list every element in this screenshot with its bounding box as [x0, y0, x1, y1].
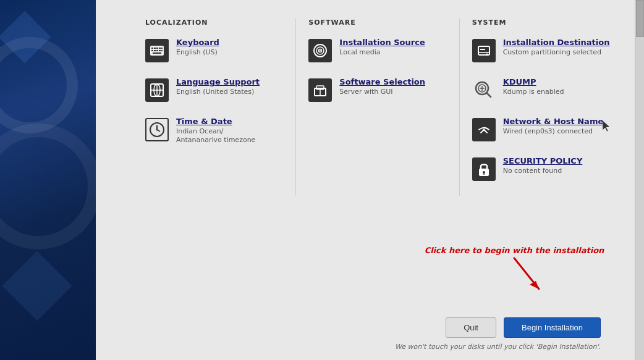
keyboard-title: Keyboard	[176, 38, 219, 47]
localization-header: LOCALIZATION	[145, 19, 283, 27]
installation-source-text: Installation Source Local media	[339, 38, 425, 57]
section-localization: LOCALIZATION	[145, 19, 283, 196]
svg-rect-2	[151, 48, 153, 49]
network-hostname-item[interactable]: Network & Host Name Wired (enp0s3) conne…	[472, 117, 610, 141]
section-software: SOFTWARE Installation Source Local media	[308, 19, 446, 196]
scrollbar-thumb[interactable]	[636, 0, 644, 37]
bottom-area: Click here to begin with the installatio…	[96, 311, 635, 360]
svg-rect-3	[154, 48, 156, 49]
svg-point-30	[486, 54, 488, 56]
keyboard-item[interactable]: Keyboard English (US)	[145, 38, 283, 62]
software-selection-subtitle: Server with GUI	[339, 88, 425, 96]
time-date-subtitle: Indian Ocean/Antananarivo timezone	[176, 127, 255, 145]
kdump-title: KDUMP	[503, 77, 564, 86]
kdump-subtitle: Kdump is enabled	[503, 88, 564, 96]
time-date-text: Time & Date Indian Ocean/Antananarivo ti…	[176, 117, 255, 145]
installation-destination-subtitle: Custom partitioning selected	[503, 48, 610, 57]
language-support-text: Language Support English (United States)	[176, 77, 260, 96]
svg-point-20	[156, 129, 158, 131]
network-hostname-subtitle: Wired (enp0s3) connected	[503, 127, 604, 136]
installation-destination-item[interactable]: Installation Destination Custom partitio…	[472, 38, 610, 62]
lock-icon	[472, 157, 496, 181]
time-date-title: Time & Date	[176, 117, 255, 126]
svg-rect-8	[154, 50, 156, 51]
main-content: LOCALIZATION	[96, 0, 635, 360]
package-icon	[308, 78, 332, 102]
annotation-container: Click here to begin with the installatio…	[406, 246, 622, 298]
svg-rect-6	[161, 48, 163, 49]
sidebar-decoration-2	[2, 251, 72, 320]
footer-note: We won't touch your disks until you clic…	[145, 343, 610, 351]
svg-rect-11	[161, 50, 163, 51]
system-header: SYSTEM	[472, 19, 610, 27]
quit-button[interactable]: Quit	[446, 317, 496, 338]
button-row: Quit Begin Installation	[145, 317, 610, 338]
annotation-text: Click here to begin with the installatio…	[406, 246, 622, 255]
svg-rect-31	[480, 49, 485, 50]
annotation-arrow	[477, 255, 551, 298]
disc-icon	[308, 39, 332, 62]
language-icon	[145, 78, 169, 102]
clock-icon	[145, 118, 169, 141]
search-icon	[472, 78, 496, 102]
security-policy-item[interactable]: SECURITY POLICY No content found	[472, 156, 610, 181]
svg-marker-42	[530, 281, 539, 289]
network-hostname-text: Network & Host Name Wired (enp0s3) conne…	[503, 117, 604, 136]
kdump-item[interactable]: KDUMP Kdump is enabled	[472, 77, 610, 102]
kdump-text: KDUMP Kdump is enabled	[503, 77, 564, 96]
security-policy-subtitle: No content found	[503, 167, 583, 175]
svg-point-37	[483, 129, 485, 131]
sidebar-decoration-1	[0, 11, 51, 64]
time-date-item[interactable]: Time & Date Indian Ocean/Antananarivo ti…	[145, 117, 283, 145]
svg-rect-28	[478, 46, 489, 55]
svg-rect-5	[159, 48, 161, 49]
section-system: SYSTEM Installation Destination Custom p…	[472, 19, 610, 196]
scrollbar[interactable]	[635, 0, 644, 360]
network-hostname-title: Network & Host Name	[503, 117, 604, 126]
installation-source-subtitle: Local media	[339, 48, 425, 57]
installation-source-item[interactable]: Installation Source Local media	[308, 38, 446, 62]
drive-icon	[472, 39, 496, 62]
installation-destination-text: Installation Destination Custom partitio…	[503, 38, 610, 57]
language-support-title: Language Support	[176, 77, 260, 86]
sections-row: LOCALIZATION	[145, 19, 610, 196]
installation-source-title: Installation Source	[339, 38, 425, 47]
keyboard-text: Keyboard English (US)	[176, 38, 219, 57]
divider-1	[295, 19, 296, 196]
begin-installation-button[interactable]: Begin Installation	[504, 317, 601, 338]
svg-point-24	[320, 50, 321, 51]
svg-rect-10	[159, 50, 161, 51]
svg-rect-9	[156, 50, 158, 51]
svg-line-34	[486, 93, 491, 97]
software-selection-item[interactable]: Software Selection Server with GUI	[308, 77, 446, 102]
divider-2	[459, 19, 460, 196]
software-header: SOFTWARE	[308, 19, 446, 27]
svg-rect-12	[153, 52, 161, 54]
network-icon	[472, 118, 496, 141]
svg-rect-4	[156, 48, 158, 49]
security-policy-text: SECURITY POLICY No content found	[503, 156, 583, 175]
keyboard-subtitle: English (US)	[176, 48, 219, 57]
language-support-item[interactable]: Language Support English (United States)	[145, 77, 283, 102]
software-selection-text: Software Selection Server with GUI	[339, 77, 425, 96]
language-support-subtitle: English (United States)	[176, 88, 260, 96]
software-selection-title: Software Selection	[339, 77, 425, 86]
keyboard-icon	[145, 39, 169, 62]
svg-rect-7	[151, 50, 153, 51]
installation-destination-title: Installation Destination	[503, 38, 610, 47]
security-policy-title: SECURITY POLICY	[503, 156, 583, 165]
sidebar	[0, 0, 96, 360]
